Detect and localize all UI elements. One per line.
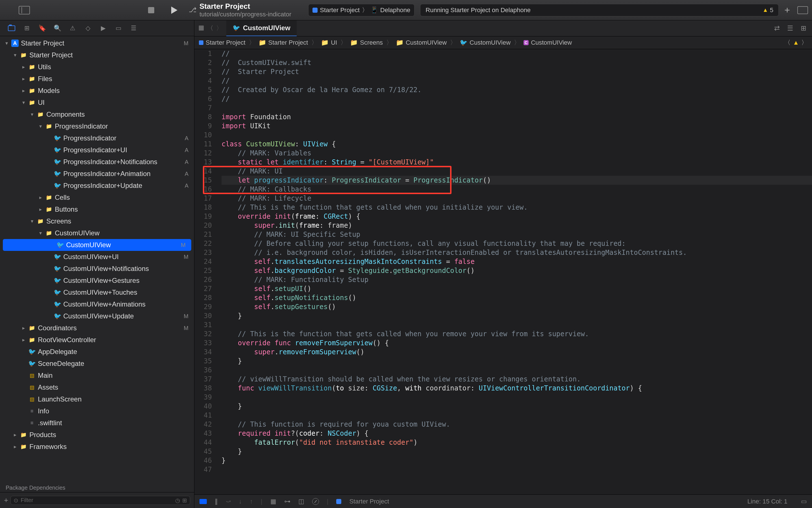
scm-filter-icon[interactable]: ⊞	[182, 497, 187, 504]
scheme-selector[interactable]: ⎇ Starter Project tutorial/custom/progre…	[189, 2, 291, 18]
code-line[interactable]: super.removeFromSuperview()	[221, 347, 812, 356]
tree-row[interactable]: 📁Screens	[0, 215, 194, 227]
line-number[interactable]: 19	[195, 212, 212, 221]
code-line[interactable]: }	[221, 402, 812, 411]
tree-row[interactable]: AStarter ProjectM	[0, 37, 194, 49]
line-number[interactable]: 6	[195, 94, 212, 103]
tree-row[interactable]: 📁Starter Project	[0, 49, 194, 61]
line-number[interactable]: 3	[195, 67, 212, 76]
line-number[interactable]: 38	[195, 384, 212, 393]
disclosure-triangle-icon[interactable]	[38, 123, 43, 129]
env-override-icon[interactable]: ◫	[298, 498, 304, 505]
bookmark-navigator-tab[interactable]: 🔖	[38, 25, 46, 32]
code-line[interactable]: fatalError("did not instanstiate coder")	[221, 438, 812, 447]
tree-row[interactable]: 📁UI	[0, 97, 194, 109]
location-icon[interactable]	[312, 498, 319, 505]
source-control-navigator-tab[interactable]: ⊞	[23, 25, 31, 32]
line-number[interactable]: 33	[195, 338, 212, 347]
line-number[interactable]: 27	[195, 284, 212, 293]
jump-bar[interactable]: Starter Project〉📁Starter Project〉📁UI〉📁Sc…	[195, 36, 812, 49]
code-line[interactable]: // MARK: Functionality Setup	[221, 275, 812, 284]
code-line[interactable]: // Starter Project	[221, 67, 812, 76]
code-line[interactable]: self.setupGestures()	[221, 302, 812, 311]
code-line[interactable]	[221, 465, 812, 474]
line-number[interactable]: 45	[195, 447, 212, 456]
go-back-icon[interactable]: 〈	[207, 24, 213, 33]
jumpbar-segment[interactable]: CCustomUIView	[523, 39, 572, 46]
code-line[interactable]: override func removeFromSuperview() {	[221, 338, 812, 347]
disclosure-triangle-icon[interactable]	[12, 443, 17, 450]
code-line[interactable]: import UIKit	[221, 122, 812, 131]
tree-row[interactable]: 🐦CustomUIView+UpdateM	[0, 310, 194, 322]
line-number[interactable]: 34	[195, 347, 212, 356]
line-number[interactable]: 20	[195, 221, 212, 230]
disclosure-triangle-icon[interactable]	[21, 76, 26, 82]
tree-row[interactable]: ▧LaunchScreen	[0, 393, 194, 405]
disclosure-triangle-icon[interactable]	[29, 218, 35, 224]
tree-row[interactable]: 📁Components	[0, 109, 194, 120]
line-number[interactable]: 17	[195, 194, 212, 203]
tree-row[interactable]: 📁RootViewController	[0, 334, 194, 346]
code-line[interactable]	[221, 393, 812, 402]
line-number[interactable]: 21	[195, 230, 212, 239]
add-editor-icon[interactable]: ⊞	[801, 24, 806, 32]
code-line[interactable]: // MARK: Lifecycle	[221, 194, 812, 203]
line-number[interactable]: 8	[195, 113, 212, 122]
line-number[interactable]: 39	[195, 393, 212, 402]
code-line[interactable]: super.init(frame: frame)	[221, 221, 812, 230]
related-items-icon[interactable]: ▦	[198, 24, 204, 33]
tree-row[interactable]: 🐦CustomUIView+Notifications	[0, 263, 194, 274]
line-number[interactable]: 12	[195, 149, 212, 158]
code-line[interactable]: self.translatesAutoresizingMaskIntoConst…	[221, 257, 812, 266]
activity-viewer[interactable]: Running Starter Project on Delaphone ▲ 5	[420, 4, 779, 16]
code-line[interactable]	[221, 366, 812, 375]
step-out-icon[interactable]: ↑	[250, 498, 253, 505]
disclosure-triangle-icon[interactable]	[21, 88, 26, 94]
code-line[interactable]: // This function is required for youa cu…	[221, 420, 812, 429]
code-line[interactable]: // i.e. background color, isHidden, isUs…	[221, 248, 812, 257]
line-number[interactable]: 31	[195, 321, 212, 330]
line-number[interactable]: 47	[195, 465, 212, 474]
code-line[interactable]: // This is the function that gets called…	[221, 203, 812, 212]
disclosure-triangle-icon[interactable]	[21, 99, 26, 106]
debug-navigator-tab[interactable]: ▶	[99, 25, 107, 32]
line-number-gutter[interactable]: 1234567891011121314151617181920212223242…	[195, 49, 216, 495]
tree-row[interactable]: 🐦CustomUIView+Animations	[0, 298, 194, 310]
tree-row[interactable]: 🐦SceneDelegate	[0, 358, 194, 370]
disclosure-triangle-icon[interactable]	[4, 40, 9, 46]
tree-row[interactable]: 📁Frameworks	[0, 441, 194, 453]
line-number[interactable]: 2	[195, 58, 212, 67]
tree-row[interactable]: 🐦CustomUIView+Gestures	[0, 274, 194, 287]
code-line[interactable]: // MARK: UI	[221, 167, 812, 176]
line-number[interactable]: 24	[195, 257, 212, 266]
file-tree[interactable]: AStarter ProjectM📁Starter Project📁Utils📁…	[0, 36, 194, 481]
breakpoints-toggle[interactable]	[200, 499, 207, 504]
line-number[interactable]: 41	[195, 411, 212, 420]
run-button[interactable]	[171, 6, 177, 14]
code-line[interactable]: //	[221, 94, 812, 103]
library-button[interactable]	[797, 6, 808, 14]
code-line[interactable]: // Before calling your setup functions, …	[221, 239, 812, 248]
tree-row[interactable]: 📁Cells	[0, 192, 194, 203]
tree-row[interactable]: 🐦ProgressIndicator+NotificationsA	[0, 156, 194, 168]
code-line[interactable]: // CustomUIView.swift	[221, 58, 812, 67]
tree-row[interactable]: 📁Utils	[0, 61, 194, 73]
code-line[interactable]: // MARK: Callbacks	[221, 185, 812, 194]
code-line[interactable]: }	[221, 311, 812, 321]
tree-row[interactable]: 📁Buttons	[0, 203, 194, 215]
jumpbar-segment[interactable]: 🐦CustomUIView	[460, 39, 511, 46]
tree-row[interactable]: 📁Products	[0, 429, 194, 441]
code-line[interactable]: self.backgroundColor = Styleguide.getBac…	[221, 266, 812, 275]
code-line[interactable]: }	[221, 456, 812, 465]
jumpbar-segment[interactable]: Starter Project	[199, 39, 246, 46]
jump-prev-icon[interactable]: 〈	[784, 38, 790, 47]
line-number[interactable]: 15	[195, 176, 212, 185]
adjust-editor-icon[interactable]: ☰	[787, 24, 793, 32]
breakpoint-navigator-tab[interactable]: ▭	[115, 25, 122, 32]
add-file-button[interactable]: +	[4, 496, 8, 505]
line-number[interactable]: 30	[195, 311, 212, 321]
tree-row[interactable]: 📁Files	[0, 73, 194, 85]
code-line[interactable]	[221, 411, 812, 420]
tree-row[interactable]: ≡.swiftlint	[0, 417, 194, 429]
code-line[interactable]: class CustomUIView: UIView {	[221, 139, 812, 149]
